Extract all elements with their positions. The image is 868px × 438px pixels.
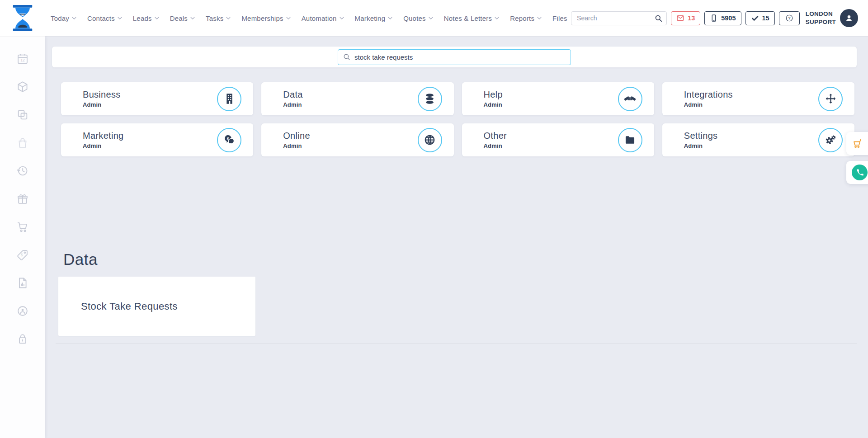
phone-extension: 5905 bbox=[721, 14, 736, 22]
globe-icon bbox=[418, 128, 442, 152]
card-subtitle: Admin bbox=[684, 101, 733, 108]
chevron-down-icon bbox=[429, 16, 433, 20]
chevron-down-icon bbox=[155, 16, 159, 20]
card-subtitle: Admin bbox=[83, 101, 121, 108]
envelope-icon bbox=[676, 14, 684, 22]
phone-extension-badge[interactable]: 5905 bbox=[704, 11, 741, 25]
move-arrows-icon bbox=[818, 87, 843, 111]
basket-flyout-button[interactable] bbox=[846, 132, 868, 155]
chat-dollar-icon: $ bbox=[217, 128, 241, 152]
nav-deals[interactable]: Deals bbox=[170, 14, 195, 22]
help-button[interactable]: ? bbox=[779, 11, 800, 25]
messages-count: 13 bbox=[688, 14, 695, 22]
top-bar: Today Contacts Leads Deals Tasks Members… bbox=[0, 0, 868, 36]
global-search-input[interactable] bbox=[577, 14, 654, 22]
nav-leads-label: Leads bbox=[133, 14, 152, 22]
nav-marketing-label: Marketing bbox=[355, 14, 386, 22]
admin-card-other[interactable]: OtherAdmin bbox=[462, 123, 654, 156]
phone-icon bbox=[856, 169, 864, 177]
history-icon[interactable] bbox=[16, 165, 29, 177]
admin-search-input[interactable] bbox=[338, 49, 571, 65]
section-divider bbox=[56, 344, 857, 344]
admin-card-help[interactable]: HelpAdmin bbox=[462, 82, 654, 115]
nav-deals-label: Deals bbox=[170, 14, 188, 22]
current-user-name: LONDON SUPPORT bbox=[806, 10, 836, 26]
user-name-line1: LONDON bbox=[806, 10, 836, 18]
smartphone-icon bbox=[710, 14, 718, 22]
result-item-label: Stock Take Requests bbox=[81, 301, 178, 312]
card-title: Settings bbox=[684, 131, 718, 141]
folder-icon bbox=[618, 128, 642, 152]
shopping-bag-icon[interactable] bbox=[16, 137, 29, 149]
nav-memberships-label: Memberships bbox=[241, 14, 283, 22]
chevron-down-icon bbox=[226, 16, 231, 20]
user-name-line2: SUPPORT bbox=[806, 18, 836, 26]
handshake-icon bbox=[618, 87, 642, 111]
card-subtitle: Admin bbox=[484, 142, 507, 149]
search-icon bbox=[343, 53, 351, 61]
card-title: Marketing bbox=[83, 131, 124, 141]
nav-notes-letters-label: Notes & Letters bbox=[444, 14, 492, 22]
report-icon[interactable] bbox=[16, 277, 29, 289]
nav-contacts[interactable]: Contacts bbox=[87, 14, 122, 22]
call-flyout-button[interactable] bbox=[846, 161, 868, 184]
admin-card-integrations[interactable]: IntegrationsAdmin bbox=[662, 82, 854, 115]
card-subtitle: Admin bbox=[283, 101, 302, 108]
gift-icon[interactable] bbox=[16, 193, 29, 205]
nav-today[interactable]: Today bbox=[51, 14, 76, 22]
admin-card-data[interactable]: DataAdmin bbox=[261, 82, 453, 115]
nav-reports[interactable]: Reports bbox=[510, 14, 542, 22]
copy-icon[interactable] bbox=[16, 108, 29, 121]
nav-contacts-label: Contacts bbox=[87, 14, 115, 22]
search-icon[interactable] bbox=[654, 14, 663, 23]
nav-leads[interactable]: Leads bbox=[133, 14, 159, 22]
admin-card-settings[interactable]: SettingsAdmin bbox=[662, 123, 854, 156]
chevron-down-icon bbox=[286, 16, 291, 20]
chevron-down-icon bbox=[495, 16, 499, 20]
card-title: Business bbox=[83, 89, 121, 100]
svg-text:?: ? bbox=[788, 16, 790, 20]
nav-reports-label: Reports bbox=[510, 14, 534, 22]
shopping-cart-icon bbox=[852, 137, 864, 150]
tasks-badge[interactable]: 15 bbox=[745, 11, 775, 25]
calendar-icon[interactable]: 12 bbox=[16, 52, 29, 65]
nav-files[interactable]: Files bbox=[552, 14, 567, 22]
nav-files-label: Files bbox=[552, 14, 567, 22]
admin-card-business[interactable]: BusinessAdmin bbox=[61, 82, 253, 115]
svg-text:$: $ bbox=[21, 253, 23, 257]
phone-circle bbox=[852, 165, 868, 180]
nav-memberships[interactable]: Memberships bbox=[241, 14, 290, 22]
messages-badge[interactable]: 13 bbox=[671, 11, 700, 25]
chevron-down-icon bbox=[537, 16, 542, 20]
result-item-stock-take-requests[interactable]: Stock Take Requests bbox=[58, 277, 255, 336]
price-tag-icon[interactable]: $ bbox=[16, 249, 29, 261]
nav-automation-label: Automation bbox=[302, 14, 337, 22]
chevron-down-icon bbox=[118, 16, 122, 20]
card-subtitle: Admin bbox=[83, 142, 124, 149]
nav-notes-letters[interactable]: Notes & Letters bbox=[444, 14, 499, 22]
app-logo[interactable] bbox=[0, 5, 45, 31]
left-sidebar: 12 $ bbox=[0, 36, 45, 438]
svg-text:12: 12 bbox=[20, 58, 25, 62]
card-subtitle: Admin bbox=[684, 142, 718, 149]
lock-icon[interactable] bbox=[16, 333, 29, 345]
card-title: Other bbox=[484, 131, 507, 141]
user-avatar[interactable] bbox=[840, 9, 858, 27]
nav-marketing[interactable]: Marketing bbox=[355, 14, 393, 22]
cart-icon[interactable] bbox=[16, 221, 29, 233]
chevron-down-icon bbox=[388, 16, 392, 20]
user-circle-icon[interactable] bbox=[16, 305, 29, 317]
package-icon[interactable] bbox=[16, 80, 29, 93]
results-heading: Data bbox=[63, 250, 857, 268]
search-results-section: Data Stock Take Requests bbox=[52, 250, 857, 344]
main-content: BusinessAdmin DataAdmin HelpAdmin Integr… bbox=[45, 36, 868, 438]
nav-automation[interactable]: Automation bbox=[302, 14, 344, 22]
admin-card-online[interactable]: OnlineAdmin bbox=[261, 123, 453, 156]
nav-tasks[interactable]: Tasks bbox=[206, 14, 231, 22]
nav-quotes[interactable]: Quotes bbox=[403, 14, 433, 22]
nav-today-label: Today bbox=[51, 14, 69, 22]
card-title: Data bbox=[283, 89, 302, 100]
card-subtitle: Admin bbox=[484, 101, 503, 108]
global-search bbox=[571, 11, 667, 25]
admin-card-marketing[interactable]: MarketingAdmin $ bbox=[61, 123, 253, 156]
